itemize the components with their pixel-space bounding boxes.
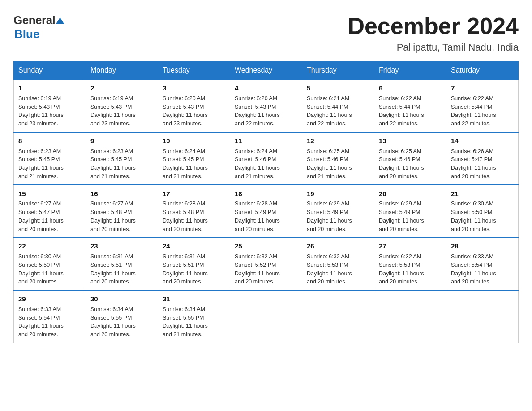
day-info: Sunrise: 6:19 AMSunset: 5:43 PMDaylight:… <box>18 94 81 128</box>
day-number: 23 <box>90 241 153 251</box>
calendar-day-cell: 10Sunrise: 6:24 AMSunset: 5:45 PMDayligh… <box>158 132 230 185</box>
day-number: 13 <box>379 136 442 146</box>
weekday-header-saturday: Saturday <box>446 62 519 80</box>
calendar-day-cell: 11Sunrise: 6:24 AMSunset: 5:46 PMDayligh… <box>230 132 302 185</box>
day-number: 16 <box>90 189 153 199</box>
day-info: Sunrise: 6:25 AMSunset: 5:46 PMDaylight:… <box>379 147 442 181</box>
calendar-day-cell: 23Sunrise: 6:31 AMSunset: 5:51 PMDayligh… <box>86 237 158 290</box>
day-info: Sunrise: 6:30 AMSunset: 5:50 PMDaylight:… <box>451 200 514 233</box>
svg-marker-0 <box>56 17 64 24</box>
calendar-week-row: 22Sunrise: 6:30 AMSunset: 5:50 PMDayligh… <box>14 237 519 290</box>
calendar-week-row: 8Sunrise: 6:23 AMSunset: 5:45 PMDaylight… <box>14 132 519 185</box>
calendar-day-cell: 8Sunrise: 6:23 AMSunset: 5:45 PMDaylight… <box>14 132 86 185</box>
month-year-title: December 2024 <box>348 13 519 39</box>
day-number: 11 <box>235 136 297 146</box>
day-number: 1 <box>18 83 81 93</box>
day-number: 5 <box>307 83 369 93</box>
day-number: 21 <box>451 189 514 199</box>
title-area: December 2024 Pallipattu, Tamil Nadu, In… <box>348 13 519 53</box>
calendar-week-row: 29Sunrise: 6:33 AMSunset: 5:54 PMDayligh… <box>14 290 519 342</box>
day-number: 28 <box>451 241 514 251</box>
day-info: Sunrise: 6:27 AMSunset: 5:47 PMDaylight:… <box>18 200 81 233</box>
calendar-day-cell: 25Sunrise: 6:32 AMSunset: 5:52 PMDayligh… <box>230 237 302 290</box>
calendar-day-cell: 9Sunrise: 6:23 AMSunset: 5:45 PMDaylight… <box>86 132 158 185</box>
weekday-header-monday: Monday <box>86 62 158 80</box>
logo-general-text: General <box>13 13 55 27</box>
logo-blue-part <box>55 16 65 26</box>
calendar-week-row: 15Sunrise: 6:27 AMSunset: 5:47 PMDayligh… <box>14 185 519 238</box>
day-number: 24 <box>163 241 225 251</box>
logo-triangle-icon <box>55 16 65 26</box>
calendar-day-cell: 21Sunrise: 6:30 AMSunset: 5:50 PMDayligh… <box>446 185 519 238</box>
day-info: Sunrise: 6:33 AMSunset: 5:54 PMDaylight:… <box>451 253 514 286</box>
day-info: Sunrise: 6:25 AMSunset: 5:46 PMDaylight:… <box>307 147 369 181</box>
calendar-day-cell: 24Sunrise: 6:31 AMSunset: 5:51 PMDayligh… <box>158 237 230 290</box>
calendar-day-cell: 7Sunrise: 6:22 AMSunset: 5:44 PMDaylight… <box>446 79 519 132</box>
day-number: 22 <box>18 241 81 251</box>
weekday-header-tuesday: Tuesday <box>158 62 230 80</box>
calendar-day-cell: 12Sunrise: 6:25 AMSunset: 5:46 PMDayligh… <box>302 132 374 185</box>
day-info: Sunrise: 6:34 AMSunset: 5:55 PMDaylight:… <box>90 305 153 339</box>
day-info: Sunrise: 6:31 AMSunset: 5:51 PMDaylight:… <box>163 253 225 286</box>
calendar-day-cell: 5Sunrise: 6:21 AMSunset: 5:44 PMDaylight… <box>302 79 374 132</box>
day-info: Sunrise: 6:19 AMSunset: 5:43 PMDaylight:… <box>90 94 153 128</box>
day-info: Sunrise: 6:34 AMSunset: 5:55 PMDaylight:… <box>163 305 225 339</box>
calendar-day-cell: 18Sunrise: 6:28 AMSunset: 5:49 PMDayligh… <box>230 185 302 238</box>
day-number: 2 <box>90 83 153 93</box>
day-number: 15 <box>18 189 81 199</box>
calendar-day-cell: 2Sunrise: 6:19 AMSunset: 5:43 PMDaylight… <box>86 79 158 132</box>
day-info: Sunrise: 6:28 AMSunset: 5:49 PMDaylight:… <box>235 200 297 233</box>
calendar-day-cell: 31Sunrise: 6:34 AMSunset: 5:55 PMDayligh… <box>158 290 230 342</box>
day-info: Sunrise: 6:30 AMSunset: 5:50 PMDaylight:… <box>18 253 81 286</box>
day-info: Sunrise: 6:21 AMSunset: 5:44 PMDaylight:… <box>307 94 369 128</box>
calendar-day-cell <box>374 290 446 342</box>
day-number: 4 <box>235 83 297 93</box>
day-number: 12 <box>307 136 369 146</box>
weekday-header-sunday: Sunday <box>14 62 86 80</box>
day-number: 7 <box>451 83 514 93</box>
calendar-day-cell: 4Sunrise: 6:20 AMSunset: 5:43 PMDaylight… <box>230 79 302 132</box>
day-number: 14 <box>451 136 514 146</box>
calendar-day-cell: 1Sunrise: 6:19 AMSunset: 5:43 PMDaylight… <box>14 79 86 132</box>
day-info: Sunrise: 6:22 AMSunset: 5:44 PMDaylight:… <box>451 94 514 128</box>
day-number: 27 <box>379 241 442 251</box>
day-number: 9 <box>90 136 153 146</box>
calendar-day-cell <box>302 290 374 342</box>
header: General Blue December 2024 Pallipattu, T… <box>9 9 523 53</box>
calendar-day-cell: 16Sunrise: 6:27 AMSunset: 5:48 PMDayligh… <box>86 185 158 238</box>
calendar-day-cell: 27Sunrise: 6:32 AMSunset: 5:53 PMDayligh… <box>374 237 446 290</box>
calendar-day-cell: 13Sunrise: 6:25 AMSunset: 5:46 PMDayligh… <box>374 132 446 185</box>
day-info: Sunrise: 6:20 AMSunset: 5:43 PMDaylight:… <box>235 94 297 128</box>
day-info: Sunrise: 6:32 AMSunset: 5:53 PMDaylight:… <box>307 253 369 286</box>
day-info: Sunrise: 6:24 AMSunset: 5:45 PMDaylight:… <box>163 147 225 181</box>
calendar-day-cell: 28Sunrise: 6:33 AMSunset: 5:54 PMDayligh… <box>446 237 519 290</box>
calendar-day-cell: 17Sunrise: 6:28 AMSunset: 5:48 PMDayligh… <box>158 185 230 238</box>
calendar-day-cell <box>446 290 519 342</box>
day-info: Sunrise: 6:29 AMSunset: 5:49 PMDaylight:… <box>307 200 369 233</box>
day-info: Sunrise: 6:32 AMSunset: 5:53 PMDaylight:… <box>379 253 442 286</box>
day-number: 17 <box>163 189 225 199</box>
calendar-table: SundayMondayTuesdayWednesdayThursdayFrid… <box>13 61 519 343</box>
day-number: 6 <box>379 83 442 93</box>
calendar-day-cell: 6Sunrise: 6:22 AMSunset: 5:44 PMDaylight… <box>374 79 446 132</box>
day-number: 19 <box>307 189 369 199</box>
calendar-day-cell: 14Sunrise: 6:26 AMSunset: 5:47 PMDayligh… <box>446 132 519 185</box>
day-info: Sunrise: 6:23 AMSunset: 5:45 PMDaylight:… <box>18 147 81 181</box>
day-info: Sunrise: 6:20 AMSunset: 5:43 PMDaylight:… <box>163 94 225 128</box>
day-number: 26 <box>307 241 369 251</box>
calendar-day-cell: 22Sunrise: 6:30 AMSunset: 5:50 PMDayligh… <box>14 237 86 290</box>
day-info: Sunrise: 6:26 AMSunset: 5:47 PMDaylight:… <box>451 147 514 181</box>
day-number: 3 <box>163 83 225 93</box>
calendar-day-cell: 20Sunrise: 6:29 AMSunset: 5:49 PMDayligh… <box>374 185 446 238</box>
day-info: Sunrise: 6:32 AMSunset: 5:52 PMDaylight:… <box>235 253 297 286</box>
day-number: 30 <box>90 294 153 304</box>
calendar-day-cell: 15Sunrise: 6:27 AMSunset: 5:47 PMDayligh… <box>14 185 86 238</box>
logo: General Blue <box>13 13 65 41</box>
location-subtitle: Pallipattu, Tamil Nadu, India <box>348 42 519 53</box>
day-info: Sunrise: 6:27 AMSunset: 5:48 PMDaylight:… <box>90 200 153 233</box>
day-number: 8 <box>18 136 81 146</box>
weekday-header-thursday: Thursday <box>302 62 374 80</box>
day-number: 25 <box>235 241 297 251</box>
calendar-day-cell: 26Sunrise: 6:32 AMSunset: 5:53 PMDayligh… <box>302 237 374 290</box>
day-info: Sunrise: 6:33 AMSunset: 5:54 PMDaylight:… <box>18 305 81 339</box>
